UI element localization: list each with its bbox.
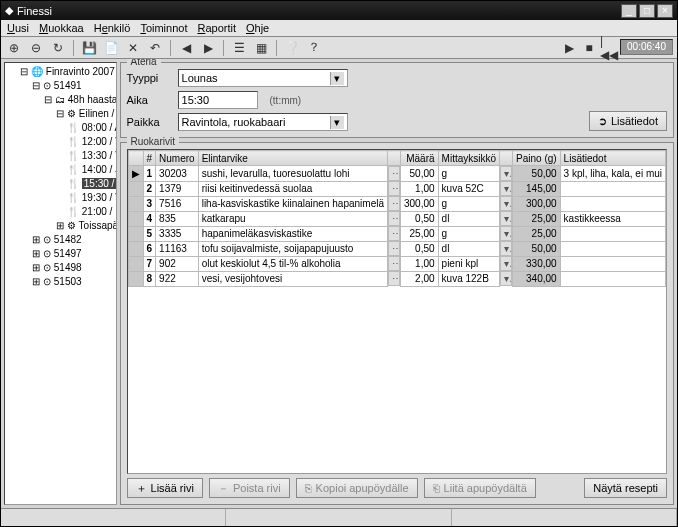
th-elintarvike[interactable]: Elintarvike	[198, 151, 387, 166]
tyyppi-label: Tyyppi	[127, 72, 172, 84]
tyyppi-select[interactable]: Lounas▾	[178, 69, 348, 87]
toolbar: ⊕ ⊖ ↻ 💾 📄 ✕ ↶ ◀ ▶ ☰ ▦ ❔ ？ ▶ ■ |◀◀ 00:06:…	[1, 37, 677, 59]
paikka-label: Paikka	[127, 116, 172, 128]
ruokarivit-group: Ruokarivit # Numero Elintarvike Määrä	[120, 142, 674, 505]
delete-icon[interactable]: ✕	[124, 39, 142, 57]
tree-root[interactable]: ⊟🌐 Finravinto 2007 ⊟⊙ 51491 ⊟🗂 48h haast…	[19, 65, 114, 289]
table-row[interactable]: 37516liha-kasviskastike kiinalainen hapa…	[128, 196, 665, 211]
toolbar-icon-1[interactable]: ⊕	[5, 39, 23, 57]
ateria-legend: Ateria	[127, 59, 161, 67]
th-mittayksikko[interactable]: Mittayksikkö	[438, 151, 499, 166]
liita-apupoydalta-button[interactable]: ⎗ Liitä apupöydältä	[424, 478, 536, 498]
menu-uusi[interactable]: Uusi	[7, 22, 29, 34]
aika-input[interactable]	[178, 91, 258, 109]
ruokarivit-legend: Ruokarivit	[127, 136, 179, 147]
tree-meal-1530[interactable]: 🍴 15:30 / Lounas	[67, 177, 114, 191]
tree-meal-1330[interactable]: 🍴 13:30 / Välipala	[67, 149, 114, 163]
tree-panel[interactable]: ⊟🌐 Finravinto 2007 ⊟⊙ 51491 ⊟🗂 48h haast…	[4, 62, 117, 505]
paikka-select[interactable]: Ravintola, ruokabaari▾	[178, 113, 348, 131]
ateria-group: Ateria Tyyppi Lounas▾ Aika (tt:mm) Paikk…	[120, 62, 674, 138]
th-hash[interactable]: #	[143, 151, 156, 166]
arrow-right-icon: ➲	[598, 115, 607, 128]
aika-label: Aika	[127, 94, 172, 106]
status-bar	[1, 508, 677, 526]
copy-icon[interactable]: 📄	[102, 39, 120, 57]
tree-eilinen[interactable]: ⊟⚙ Eilinen / 18.2.2007 🍴 08:00 / Aamiain…	[55, 107, 114, 219]
stop-icon[interactable]: ■	[580, 39, 598, 57]
tree-meal-1930[interactable]: 🍴 19:30 / Välipala	[67, 191, 114, 205]
app-icon: ◆	[5, 4, 13, 17]
plus-icon: ＋	[136, 481, 147, 496]
app-window: ◆ Finessi _ □ × Uusi Muokkaa Henkilö Toi…	[0, 0, 678, 527]
tree-51491[interactable]: ⊟⊙ 51491 ⊟🗂 48h haastattelu ⊟⚙ Eilinen /…	[31, 79, 114, 233]
nav-left-icon[interactable]: ◀	[177, 39, 195, 57]
window-title: Finessi	[17, 5, 52, 17]
menu-ohje[interactable]: Ohje	[246, 22, 269, 34]
ruokarivit-table-wrap: # Numero Elintarvike Määrä Mittayksikkö …	[127, 149, 667, 474]
tree-meal-1400[interactable]: 🍴 14:00 / Juoma	[67, 163, 114, 177]
kopioi-apupoydalle-button[interactable]: ⎘ Kopioi apupöydälle	[296, 478, 418, 498]
list-icon[interactable]: ☰	[230, 39, 248, 57]
chevron-down-icon: ▾	[330, 72, 344, 85]
minus-icon: －	[218, 481, 229, 496]
help-icon[interactable]: ❔	[283, 39, 301, 57]
timer-display: 00:06:40	[620, 39, 673, 55]
table-row[interactable]: 8922vesi, vesijohtovesi⋯2,00kuva 122B▾34…	[128, 271, 665, 286]
copy-icon: ⎘	[305, 482, 312, 494]
info-icon[interactable]: ？	[305, 39, 323, 57]
table-row[interactable]: 611163tofu soijavalmiste, soijapapujuust…	[128, 241, 665, 256]
menu-raportit[interactable]: Raportit	[197, 22, 236, 34]
tree-meal-1200[interactable]: 🍴 12:00 / Välipala	[67, 135, 114, 149]
menu-bar: Uusi Muokkaa Henkilö Toiminnot Raportit …	[1, 20, 677, 37]
th-numero[interactable]: Numero	[156, 151, 199, 166]
ruokarivit-table[interactable]: # Numero Elintarvike Määrä Mittayksikkö …	[128, 150, 666, 287]
tree-toissa[interactable]: ⊞⚙ Toissapäivä / 17.2.2007	[55, 219, 114, 233]
save-icon[interactable]: 💾	[80, 39, 98, 57]
table-row[interactable]: ▶130203sushi, levarulla, tuoresuolattu l…	[128, 166, 665, 182]
tree-48h[interactable]: ⊟🗂 48h haastattelu ⊟⚙ Eilinen / 18.2.200…	[43, 93, 114, 233]
toolbar-icon-2[interactable]: ⊖	[27, 39, 45, 57]
undo-icon[interactable]: ↶	[146, 39, 164, 57]
nav-right-icon[interactable]: ▶	[199, 39, 217, 57]
menu-toiminnot[interactable]: Toiminnot	[140, 22, 187, 34]
paste-icon: ⎗	[433, 482, 440, 494]
tree-51482[interactable]: ⊞⊙ 51482	[31, 233, 114, 247]
table-row[interactable]: 21379riisi keitinvedessä suolaa⋯1,00kuva…	[128, 181, 665, 196]
table-row[interactable]: 4835katkarapu⋯0,50dl▾25,00kastikkeessa	[128, 211, 665, 226]
table-row[interactable]: 7902olut keskiolut 4,5 til-% alkoholia⋯1…	[128, 256, 665, 271]
tree-51498[interactable]: ⊞⊙ 51498	[31, 261, 114, 275]
tree-meal-0800[interactable]: 🍴 08:00 / Aamiainen	[67, 121, 114, 135]
chevron-down-icon: ▾	[330, 116, 344, 129]
lisatiedot-button[interactable]: ➲ Lisätiedot	[589, 111, 667, 131]
nayta-resepti-button[interactable]: Näytä resepti	[584, 478, 667, 498]
title-bar: ◆ Finessi _ □ ×	[1, 1, 677, 20]
rewind-icon[interactable]: |◀◀	[600, 39, 618, 57]
poista-rivi-button[interactable]: － Poista rivi	[209, 478, 290, 498]
aika-hint: (tt:mm)	[270, 95, 302, 106]
th-lisatiedot[interactable]: Lisätiedot	[560, 151, 665, 166]
maximize-button[interactable]: □	[639, 4, 655, 18]
menu-henkilo[interactable]: Henkilö	[94, 22, 131, 34]
menu-muokkaa[interactable]: Muokkaa	[39, 22, 84, 34]
tree-51503[interactable]: ⊞⊙ 51503	[31, 275, 114, 289]
close-button[interactable]: ×	[657, 4, 673, 18]
table-row[interactable]: 53335hapanimeläkasviskastike⋯25,00g▾25,0…	[128, 226, 665, 241]
tree-meal-2100[interactable]: 🍴 21:00 / Iltapala	[67, 205, 114, 219]
lisaa-rivi-button[interactable]: ＋ Lisää rivi	[127, 478, 203, 498]
th-paino[interactable]: Paino (g)	[513, 151, 561, 166]
th-maara[interactable]: Määrä	[400, 151, 438, 166]
refresh-icon[interactable]: ↻	[49, 39, 67, 57]
minimize-button[interactable]: _	[621, 4, 637, 18]
play-icon[interactable]: ▶	[560, 39, 578, 57]
grid-icon[interactable]: ▦	[252, 39, 270, 57]
tree-51497[interactable]: ⊞⊙ 51497	[31, 247, 114, 261]
